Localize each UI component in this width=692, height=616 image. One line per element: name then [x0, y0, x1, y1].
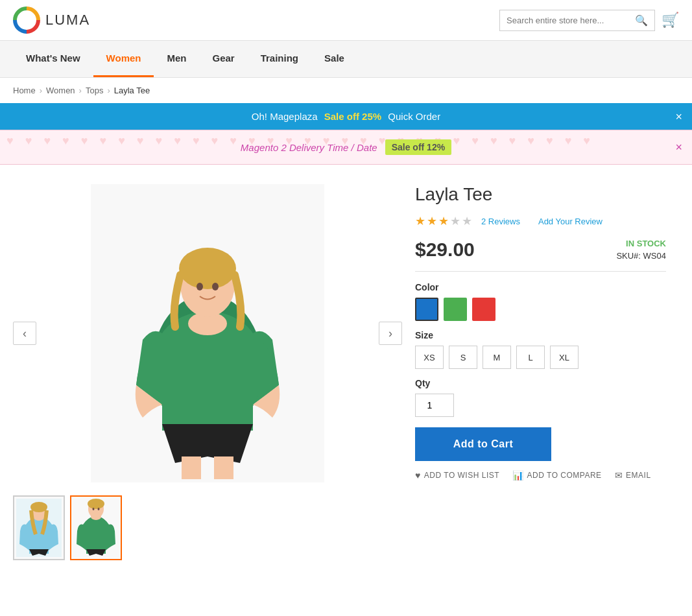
product-price: $29.00: [415, 239, 475, 261]
size-label: Size: [415, 330, 666, 340]
thumbnail-1[interactable]: [13, 495, 65, 560]
main-image-container: ‹: [13, 178, 402, 489]
qty-input[interactable]: [415, 394, 454, 417]
thumbnail-2[interactable]: [70, 495, 122, 560]
size-xl[interactable]: XL: [550, 346, 579, 369]
svg-point-19: [93, 508, 95, 510]
size-l[interactable]: L: [516, 346, 545, 369]
breadcrumb-home[interactable]: Home: [13, 86, 36, 95]
promo-banner-blue: Oh! Mageplaza Sale off 25% Quick Order ×: [0, 103, 692, 130]
color-label: Color: [415, 282, 666, 292]
product-actions-row: ♥ ADD TO WISH LIST 📊 ADD TO COMPARE ✉ EM…: [415, 470, 666, 480]
promo-blue-suffix: Quick Order: [388, 111, 440, 122]
image-next-button[interactable]: ›: [379, 322, 402, 345]
sku-label: SKU#:: [616, 251, 641, 261]
star-rating: ★ ★ ★ ★ ★: [415, 214, 472, 228]
luma-logo-icon: [13, 6, 40, 34]
header-right: 🔍 🛒: [499, 10, 679, 31]
promo-pink-text: Magento 2 Delivery Time / Date: [241, 142, 377, 153]
stock-sku: IN STOCK SKU#: WS04: [616, 239, 666, 261]
wishlist-label: ADD TO WISH LIST: [424, 471, 499, 480]
product-image-svg: [91, 184, 324, 482]
svg-point-13: [30, 502, 47, 512]
promo-pink-sale-tag: Sale off 12%: [385, 139, 451, 155]
svg-rect-8: [182, 456, 201, 479]
promo-blue-close[interactable]: ×: [675, 110, 682, 123]
sku-info: SKU#: WS04: [616, 251, 666, 261]
nav-item-whats-new[interactable]: What's New: [13, 41, 93, 77]
search-bar[interactable]: 🔍: [499, 10, 655, 31]
breadcrumb-sep-1: ›: [40, 86, 42, 95]
in-stock-badge: IN STOCK: [616, 239, 666, 248]
breadcrumb-tops[interactable]: Tops: [86, 86, 103, 95]
svg-point-5: [179, 248, 236, 289]
breadcrumb-women[interactable]: Women: [46, 86, 75, 95]
nav-item-training[interactable]: Training: [248, 41, 311, 77]
add-review-link[interactable]: Add Your Review: [538, 217, 603, 226]
promo-banner-pink: ♥♥♥♥♥♥♥♥♥♥♥♥♥♥♥♥♥♥♥♥♥♥♥♥♥♥♥♥♥♥♥♥ Magento…: [0, 130, 692, 165]
color-swatches: [415, 298, 666, 321]
nav-item-sale[interactable]: Sale: [311, 41, 357, 77]
breadcrumb-sep-2: ›: [79, 86, 82, 95]
promo-pink-close[interactable]: ×: [675, 141, 682, 154]
promo-blue-sale: Sale off 25%: [324, 111, 381, 122]
logo-text: LUMA: [45, 12, 90, 29]
star-3: ★: [438, 214, 449, 228]
svg-point-7: [212, 283, 219, 290]
product-title: Layla Tee: [415, 184, 666, 205]
qty-label: Qty: [415, 378, 666, 388]
main-nav: What's New Women Men Gear Training Sale: [0, 41, 692, 78]
star-1: ★: [415, 214, 425, 228]
logo[interactable]: LUMA: [13, 6, 90, 34]
breadcrumb-sep-3: ›: [107, 86, 110, 95]
nav-item-men[interactable]: Men: [154, 41, 199, 77]
sku-value: WS04: [643, 251, 666, 261]
reviews-count-link[interactable]: 2 Reviews: [481, 217, 520, 226]
email-label: EMAIL: [626, 471, 651, 480]
breadcrumb: Home › Women › Tops › Layla Tee: [0, 78, 692, 103]
size-s[interactable]: S: [449, 346, 477, 369]
thumbnail-row: [13, 489, 402, 567]
add-to-cart-button[interactable]: Add to Cart: [415, 427, 551, 461]
search-button[interactable]: 🔍: [635, 14, 648, 27]
image-prev-button[interactable]: ‹: [13, 322, 36, 345]
nav-item-women[interactable]: Women: [93, 41, 154, 77]
star-4: ★: [450, 214, 460, 228]
color-swatch-red[interactable]: [472, 298, 495, 321]
main-product-image: [26, 181, 389, 486]
thumbnail-2-svg: [73, 499, 119, 557]
compare-link[interactable]: 📊 ADD TO COMPARE: [512, 470, 602, 480]
qty-row: Qty: [415, 378, 666, 417]
star-5: ★: [462, 214, 472, 228]
search-input[interactable]: [507, 16, 635, 25]
star-2: ★: [427, 214, 437, 228]
svg-point-18: [88, 499, 104, 509]
compare-label: ADD TO COMPARE: [527, 471, 602, 480]
breadcrumb-current: Layla Tee: [114, 86, 150, 95]
header: LUMA 🔍 🛒: [0, 0, 692, 41]
svg-point-20: [98, 508, 100, 510]
product-info: Layla Tee ★ ★ ★ ★ ★ 2 Reviews Add Your R…: [402, 178, 679, 567]
thumbnail-1-svg: [16, 499, 62, 557]
product-images: ‹: [13, 178, 402, 567]
size-options: XS S M L XL: [415, 346, 666, 369]
color-swatch-blue[interactable]: [415, 298, 438, 321]
price-row: $29.00 IN STOCK SKU#: WS04: [415, 239, 666, 272]
cart-icon[interactable]: 🛒: [662, 12, 679, 29]
color-swatch-green[interactable]: [444, 298, 467, 321]
heart-icon: ♥: [415, 470, 421, 480]
svg-point-6: [197, 283, 203, 290]
nav-item-gear[interactable]: Gear: [199, 41, 247, 77]
email-icon: ✉: [615, 470, 623, 480]
reviews-row: ★ ★ ★ ★ ★ 2 Reviews Add Your Review: [415, 214, 666, 228]
size-m[interactable]: M: [483, 346, 511, 369]
bar-chart-icon: 📊: [512, 470, 524, 480]
product-main: ‹: [0, 165, 692, 580]
size-xs[interactable]: XS: [415, 346, 444, 369]
email-link[interactable]: ✉ EMAIL: [615, 470, 651, 480]
svg-rect-9: [214, 456, 233, 479]
wishlist-link[interactable]: ♥ ADD TO WISH LIST: [415, 470, 499, 480]
promo-blue-prefix: Oh! Mageplaza: [252, 111, 318, 122]
